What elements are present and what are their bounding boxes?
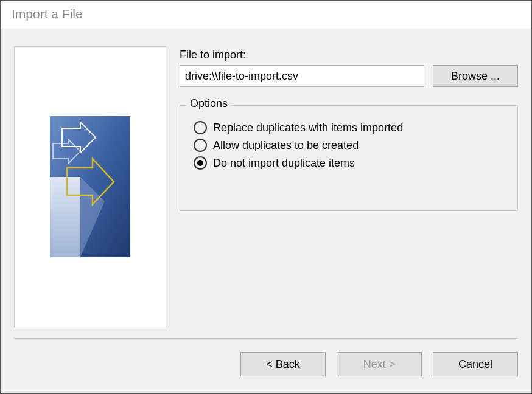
main-panel: File to import: Browse ... Options Repla… — [180, 46, 518, 327]
file-import-label: File to import: — [180, 49, 518, 61]
browse-button[interactable]: Browse ... — [433, 65, 518, 87]
wizard-side-panel — [14, 46, 166, 327]
content-area: File to import: Browse ... Options Repla… — [1, 29, 531, 327]
radio-allow-duplicates[interactable]: Allow duplicates to be created — [194, 139, 508, 152]
radio-replace-duplicates[interactable]: Replace duplicates with items imported — [194, 121, 508, 134]
radio-label: Do not import duplicate items — [213, 157, 355, 170]
dialog-title: Import a File — [1, 1, 531, 29]
options-legend: Options — [186, 97, 231, 110]
file-path-input[interactable] — [180, 65, 424, 87]
cancel-button[interactable]: Cancel — [433, 352, 518, 376]
radio-icon — [194, 156, 207, 170]
radio-do-not-import-duplicates[interactable]: Do not import duplicate items — [194, 156, 508, 170]
options-group: Options Replace duplicates with items im… — [180, 105, 518, 211]
radio-label: Allow duplicates to be created — [213, 139, 359, 152]
radio-label: Replace duplicates with items imported — [213, 122, 403, 134]
radio-icon — [194, 121, 207, 134]
wizard-button-row: < Back Next > Cancel — [1, 339, 531, 376]
next-button[interactable]: Next > — [337, 352, 422, 376]
radio-icon — [194, 139, 207, 152]
back-button[interactable]: < Back — [240, 352, 326, 376]
svg-marker-1 — [50, 177, 80, 257]
import-illustration-icon — [50, 116, 130, 257]
